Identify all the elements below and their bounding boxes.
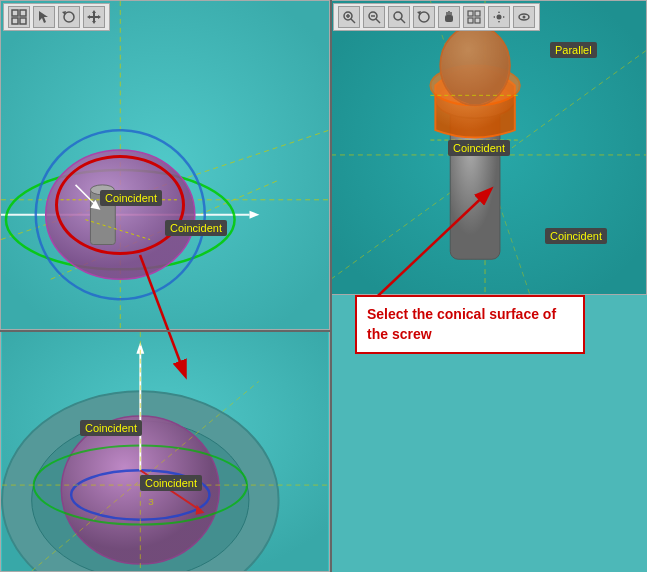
- zoom-out-icon[interactable]: [388, 6, 410, 28]
- svg-point-55: [497, 15, 502, 20]
- toolbar-top-left: [3, 3, 110, 31]
- svg-point-4: [64, 12, 74, 22]
- svg-point-67: [440, 26, 510, 105]
- svg-line-38: [351, 19, 355, 23]
- svg-text:3: 3: [148, 496, 154, 507]
- pointer-icon[interactable]: [33, 6, 55, 28]
- svg-rect-0: [12, 10, 18, 16]
- svg-point-46: [419, 12, 429, 22]
- horizontal-divider: [0, 330, 330, 332]
- label-coincident-tr2: Coincident: [545, 228, 607, 244]
- eye-icon[interactable]: [513, 6, 535, 28]
- svg-line-45: [401, 19, 405, 23]
- cad-scene-bottom-left: 3: [1, 332, 329, 571]
- toolbar-top-right: [333, 3, 540, 31]
- grid-icon[interactable]: [8, 6, 30, 28]
- cad-scene-top-left: [1, 1, 329, 329]
- svg-rect-3: [20, 18, 26, 24]
- annotation-box: Select the conical surface of the screw: [355, 295, 585, 354]
- pan-icon[interactable]: [83, 6, 105, 28]
- vertical-divider: [330, 0, 332, 572]
- label-coincident-tl1: Coincident: [100, 190, 162, 206]
- bottom-left-panel: 3: [0, 330, 330, 572]
- top-left-panel: [0, 0, 330, 330]
- svg-rect-1: [20, 10, 26, 16]
- svg-rect-53: [468, 18, 473, 23]
- settings-icon[interactable]: [488, 6, 510, 28]
- svg-point-44: [394, 12, 402, 20]
- rotate3d-icon[interactable]: [413, 6, 435, 28]
- svg-rect-47: [445, 15, 453, 22]
- grid2-icon[interactable]: [463, 6, 485, 28]
- label-coincident-tl2: Coincident: [165, 220, 227, 236]
- svg-rect-54: [475, 18, 480, 23]
- zoom-fit-icon[interactable]: [363, 6, 385, 28]
- svg-rect-52: [475, 11, 480, 16]
- svg-rect-51: [468, 11, 473, 16]
- label-coincident-bl2: Coincident: [140, 475, 202, 491]
- svg-line-42: [376, 19, 380, 23]
- rotate-icon[interactable]: [58, 6, 80, 28]
- svg-point-57: [523, 16, 526, 19]
- zoom-in-icon[interactable]: [338, 6, 360, 28]
- annotation-text: Select the conical surface of the screw: [367, 305, 573, 344]
- label-coincident-tr1: Coincident: [448, 140, 510, 156]
- label-coincident-bl1: Coincident: [80, 420, 142, 436]
- label-parallel-tr: Parallel: [550, 42, 597, 58]
- hand-icon[interactable]: [438, 6, 460, 28]
- main-container: 3: [0, 0, 647, 572]
- svg-rect-2: [12, 18, 18, 24]
